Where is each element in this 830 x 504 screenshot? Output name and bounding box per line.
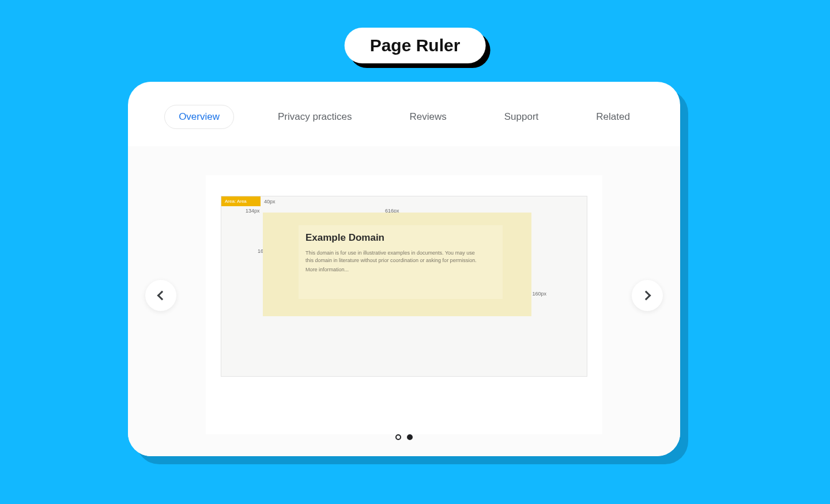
tab-overview[interactable]: Overview — [164, 105, 234, 129]
tab-reviews[interactable]: Reviews — [395, 105, 460, 128]
page-title: Page Ruler — [370, 36, 461, 55]
tab-related[interactable]: Related — [582, 105, 644, 128]
ruler-selection-box: Example Domain This domain is for use in… — [263, 213, 531, 316]
carousel-prev-button[interactable] — [145, 280, 176, 311]
example-domain-title: Example Domain — [305, 232, 384, 244]
carousel-pagination — [128, 434, 680, 440]
tab-support[interactable]: Support — [491, 105, 553, 128]
measure-label-top-outer: 40px — [264, 199, 276, 204]
screenshot-slide: Area: Area 40px 134px 616px 160px 160px … — [206, 175, 602, 434]
carousel-next-button[interactable] — [632, 280, 663, 311]
mock-webpage: Area: Area 40px 134px 616px 160px 160px … — [221, 196, 587, 377]
example-domain-link: More information... — [305, 267, 349, 272]
example-domain-body: This domain is for use in illustrative e… — [305, 249, 480, 264]
measure-label-left-top: 134px — [246, 208, 260, 214]
chevron-left-icon — [157, 291, 167, 301]
page-title-pill: Page Ruler — [345, 28, 486, 63]
carousel-dot-1[interactable] — [395, 434, 401, 440]
listing-tabs: Overview Privacy practices Reviews Suppo… — [128, 105, 680, 129]
carousel-dot-2[interactable] — [407, 434, 413, 440]
measure-label-right-mid: 160px — [532, 291, 546, 297]
chevron-right-icon — [642, 291, 651, 301]
ruler-toolbar-badge: Area: Area — [221, 196, 261, 206]
store-listing-card: Overview Privacy practices Reviews Suppo… — [128, 82, 680, 456]
tab-privacy-practices[interactable]: Privacy practices — [264, 105, 365, 128]
